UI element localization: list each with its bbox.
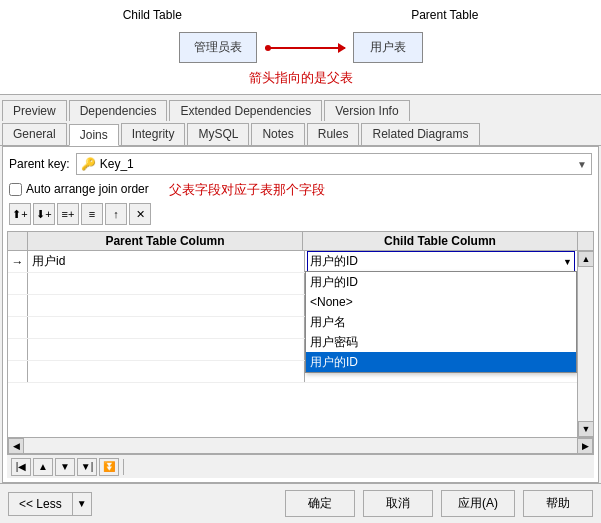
join-table: Parent Table Column Child Table Column →… [7,231,594,454]
scroll-left-btn[interactable]: ◀ [8,438,24,454]
auto-arrange-label: Auto arrange join order [26,182,149,196]
tab-integrity[interactable]: Integrity [121,123,186,145]
auto-arrange-checkbox[interactable] [9,183,22,196]
apply-button[interactable]: 应用(A) [441,490,515,517]
table-row[interactable]: → 用户id 用户的ID ▼ 用户的ID <None> [8,251,577,273]
arrow-container [265,47,345,49]
diagram-annotation: 箭头指向的是父表 [8,69,593,87]
move-up-btn[interactable]: ↑ [105,203,127,225]
insert-after-btn[interactable]: ⬇+ [33,203,55,225]
cancel-button[interactable]: 取消 [363,490,433,517]
help-button[interactable]: 帮助 [523,490,593,517]
scroll-track-v [578,267,593,421]
child-value-display: 用户的ID [310,253,358,270]
toolbar: ⬆+ ⬇+ ≡+ ≡ ↑ ✕ [7,201,594,227]
cell-child-0[interactable]: 用户的ID ▼ 用户的ID <None> 用户名 用户密码 用户的ID [305,251,577,272]
table-header-row: Parent Table Column Child Table Column [8,232,593,251]
cell-parent-3[interactable] [28,317,305,338]
diagram-boxes: 管理员表 用户表 [8,28,593,67]
btn-3[interactable]: ≡+ [57,203,79,225]
scroll-right-btn[interactable]: ▶ [577,438,593,454]
cell-parent-0[interactable]: 用户id [28,251,305,272]
row-indicator-empty [8,295,28,316]
col-child-header: Child Table Column [303,232,577,250]
less-button[interactable]: << Less [8,492,72,516]
child-cell-display: 用户的ID ▼ [307,251,575,272]
arrow-line [265,47,345,49]
nav-next-btn[interactable]: ▼ [55,458,75,476]
box-manager: 管理员表 [179,32,257,63]
content-area: Parent key: 🔑 Key_1 ▼ Auto arrange join … [2,146,599,483]
delete-btn[interactable]: ✕ [129,203,151,225]
parent-table-header: Parent Table [411,8,478,22]
auto-arrange-checkbox-row: Auto arrange join order [7,182,149,196]
tab-preview[interactable]: Preview [2,100,67,121]
less-arrow-btn[interactable]: ▼ [72,492,92,516]
col-arrow-header [8,232,28,250]
vertical-scrollbar[interactable]: ▲ ▼ [577,251,593,437]
tab-related[interactable]: Related Diagrams [361,123,479,145]
nav-separator [123,459,124,475]
tab-general[interactable]: General [2,123,67,145]
tab-mysql[interactable]: MySQL [187,123,249,145]
row-indicator-empty [8,339,28,360]
parent-key-row: Parent key: 🔑 Key_1 ▼ [7,151,594,177]
row-indicator-empty [8,361,28,382]
auto-arrange-row: Auto arrange join order 父表字段对应子表那个字段 [7,181,594,199]
child-dropdown-list: 用户的ID <None> 用户名 用户密码 用户的ID [305,271,577,373]
join-annotation: 父表字段对应子表那个字段 [169,181,325,199]
tab-version[interactable]: Version Info [324,100,409,121]
scroll-down-btn[interactable]: ▼ [578,421,593,437]
dropdown-item-0[interactable]: 用户的ID [306,272,576,292]
parent-key-select[interactable]: 🔑 Key_1 ▼ [76,153,592,175]
insert-before-btn[interactable]: ⬆+ [9,203,31,225]
arrow-start [265,45,271,51]
tab-row-2: General Joins Integrity MySQL Notes Rule… [0,121,601,146]
dropdown-item-4[interactable]: 用户的ID [306,352,576,372]
dropdown-item-2[interactable]: 用户名 [306,312,576,332]
nav-last-before-btn[interactable]: ▼| [77,458,97,476]
col-parent-header: Parent Table Column [28,232,303,250]
tab-extended[interactable]: Extended Dependencies [169,100,322,121]
tab-dependencies[interactable]: Dependencies [69,100,168,121]
btn-4[interactable]: ≡ [81,203,103,225]
scrollbar-placeholder [577,232,593,250]
main-container: Child Table Parent Table 管理员表 用户表 箭头指向的是… [0,0,601,523]
cell-parent-4[interactable] [28,339,305,360]
footer: << Less ▼ 确定 取消 应用(A) 帮助 [0,483,601,523]
data-rows-area: → 用户id 用户的ID ▼ 用户的ID <None> [8,251,577,437]
horizontal-scrollbar[interactable]: ◀ ▶ [8,437,593,453]
cell-parent-1[interactable] [28,273,305,294]
dropdown-item-3[interactable]: 用户密码 [306,332,576,352]
box-user: 用户表 [353,32,423,63]
key-value: Key_1 [100,157,577,171]
tab-notes[interactable]: Notes [251,123,304,145]
join-table-wrapper: Parent Table Column Child Table Column →… [7,231,594,454]
row-arrow-indicator: → [8,251,28,272]
bottom-nav-toolbar: |◀ ▲ ▼ ▼| ⏬ [7,454,594,478]
tab-rules[interactable]: Rules [307,123,360,145]
cell-parent-5[interactable] [28,361,305,382]
diagram-area: Child Table Parent Table 管理员表 用户表 箭头指向的是… [0,0,601,95]
scroll-track-h [24,438,577,453]
nav-prev-btn[interactable]: ▲ [33,458,53,476]
nav-last-btn[interactable]: ⏬ [99,458,119,476]
nav-first-btn[interactable]: |◀ [11,458,31,476]
dropdown-arrow-icon: ▼ [563,257,572,267]
dropdown-item-1[interactable]: <None> [306,292,576,312]
cell-parent-2[interactable] [28,295,305,316]
child-table-header: Child Table [123,8,182,22]
chevron-down-icon: ▼ [577,159,587,170]
row-indicator-empty [8,317,28,338]
tab-row-1: Preview Dependencies Extended Dependenci… [0,95,601,121]
key-icon: 🔑 [81,157,96,171]
less-btn-group: << Less ▼ [8,492,92,516]
row-indicator-empty [8,273,28,294]
parent-key-label: Parent key: [9,157,70,171]
ok-button[interactable]: 确定 [285,490,355,517]
table-body: → 用户id 用户的ID ▼ 用户的ID <None> [8,251,593,437]
tab-joins[interactable]: Joins [69,124,119,146]
scroll-up-btn[interactable]: ▲ [578,251,593,267]
table-headers: Child Table Parent Table [8,8,593,22]
